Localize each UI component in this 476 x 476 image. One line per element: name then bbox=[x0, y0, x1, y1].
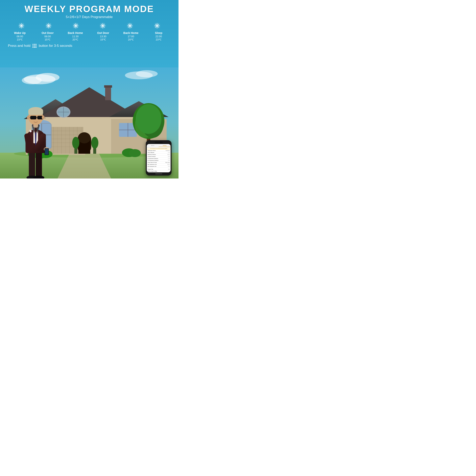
schedule-temp-3: 15℃ bbox=[100, 38, 106, 41]
schedule-item-back-home-1: Back Home 11:30 20℃ bbox=[62, 31, 89, 41]
phone-row-6: Device State On Power Keep State bbox=[148, 162, 170, 164]
schedule-temp-5: 23℃ bbox=[156, 38, 161, 41]
svg-point-88 bbox=[42, 116, 45, 119]
svg-point-5 bbox=[136, 70, 158, 77]
phone-settings-list: Temperature Sensor Int Sensor Temp Calib… bbox=[147, 150, 170, 172]
schedule-label-2: Back Home bbox=[68, 31, 83, 34]
svg-rect-11 bbox=[105, 86, 111, 100]
phone-tab-bar: Device Setting bbox=[147, 144, 170, 148]
schedule-time-5: 22:00 bbox=[155, 35, 162, 38]
grid-button-icon bbox=[32, 44, 37, 48]
schedule-temp-0: 23℃ bbox=[17, 38, 23, 41]
svg-rect-73 bbox=[45, 149, 48, 155]
page-title: WEEKLY PROGRAM MODE bbox=[4, 3, 174, 14]
svg-rect-12 bbox=[104, 85, 112, 88]
svg-rect-82 bbox=[30, 116, 36, 119]
svg-rect-81 bbox=[28, 110, 43, 115]
phone-row-2: HighTemp Protection 45 °C bbox=[148, 154, 170, 156]
phone-row-8: Min Temperature Limit 5 °C bbox=[148, 166, 170, 168]
schedule-time-4: 17:00 bbox=[128, 35, 134, 38]
phone-row-0: Temperature Sensor Int Sensor bbox=[148, 150, 170, 152]
svg-point-32 bbox=[78, 132, 91, 143]
svg-point-87 bbox=[27, 116, 30, 119]
phone-section-row-0: Program Type 5+2 bbox=[148, 168, 170, 170]
schedule-time-0: 06:00 bbox=[17, 35, 23, 38]
schedule-time-3: 13:30 bbox=[100, 35, 106, 38]
schedule-item-back-home-2: Back Home 17:00 20℃ bbox=[117, 31, 145, 41]
sun-icon-3: ✳ bbox=[73, 22, 79, 30]
schedule-temp-2: 20℃ bbox=[72, 38, 78, 41]
schedule-item-wake-up: Wake Up 06:00 23℃ bbox=[6, 31, 34, 41]
schedule-temp-4: 20℃ bbox=[128, 38, 134, 41]
phone-mockup: Device Setting The Following Content Nee… bbox=[146, 140, 171, 175]
sun-icon-4: ✳ bbox=[100, 22, 106, 30]
schedule-time-2: 11:30 bbox=[72, 35, 79, 38]
phone-row-1: Temp Calibration -1 °C bbox=[148, 152, 170, 154]
phone-warning-banner: The Following Content Needs Password 123… bbox=[147, 148, 170, 150]
schedule-label-0: Wake Up bbox=[14, 31, 26, 34]
svg-point-57 bbox=[129, 149, 141, 157]
page-subtitle: 5+2/6+1/7 Days Programmable bbox=[4, 15, 174, 19]
schedule-item-out-door-2: Out Door 13:30 15℃ bbox=[89, 31, 117, 41]
svg-point-52 bbox=[136, 104, 161, 134]
schedule-item-out-door-1: Out Door 08:00 15℃ bbox=[34, 31, 62, 41]
schedule-label-3: Out Door bbox=[97, 31, 109, 34]
svg-point-61 bbox=[91, 137, 98, 149]
schedule-label-5: Sleep bbox=[155, 31, 162, 34]
sun-icon-1: ✳ bbox=[18, 22, 24, 30]
phone-row-3: LowTemp Protection 5 °C bbox=[148, 156, 170, 158]
svg-point-3 bbox=[22, 76, 42, 84]
schedule-label-1: Out Door bbox=[42, 31, 54, 34]
phone-row-7: Max Temperature Limit 35 °C bbox=[148, 164, 170, 166]
sun-icon-5: ✳ bbox=[127, 22, 133, 30]
phone-screen: Device Setting The Following Content Nee… bbox=[147, 144, 170, 172]
schedule-temp-1: 15℃ bbox=[45, 38, 50, 41]
schedule-label-4: Back Home bbox=[123, 31, 138, 34]
sun-icon-6: ✳ bbox=[154, 22, 160, 30]
schedule-time-1: 08:00 bbox=[44, 35, 51, 38]
schedule-row: Wake Up 06:00 23℃ Out Door 08:00 15℃ Bac… bbox=[4, 31, 174, 41]
schedule-item-sleep: Sleep 22:00 23℃ bbox=[145, 31, 172, 41]
press-hold-instruction: Press and hold button for 3-5 seconds bbox=[4, 41, 174, 51]
phone-row-5: Ext Temperature Deadzone 2 °C bbox=[148, 160, 170, 162]
svg-point-59 bbox=[72, 137, 79, 149]
phone-section-row-1: Weekly program setting bbox=[148, 170, 170, 172]
phone-tab-device[interactable]: Device bbox=[147, 145, 159, 147]
phone-row-4: Int Temperature Deadzone 1 °C bbox=[148, 158, 170, 160]
phone-tab-setting[interactable]: Setting bbox=[159, 145, 170, 147]
sun-icon-2: ✳ bbox=[46, 22, 51, 30]
